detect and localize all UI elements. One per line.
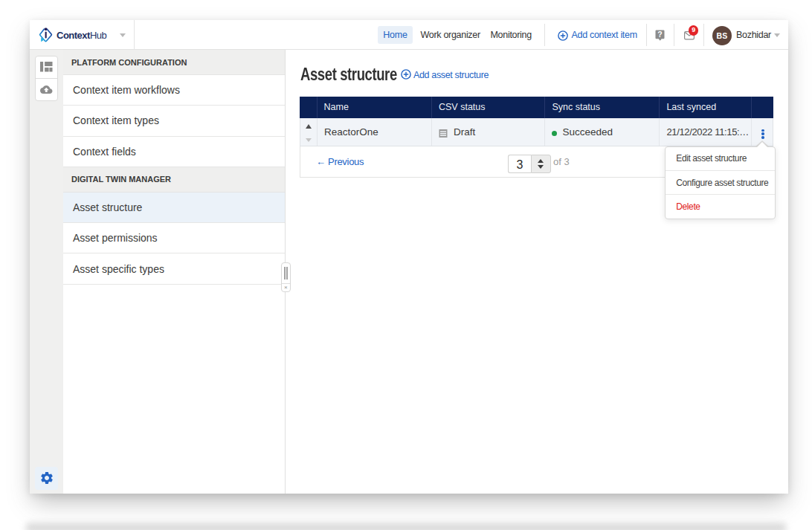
svg-text:?: ? [657,30,662,39]
